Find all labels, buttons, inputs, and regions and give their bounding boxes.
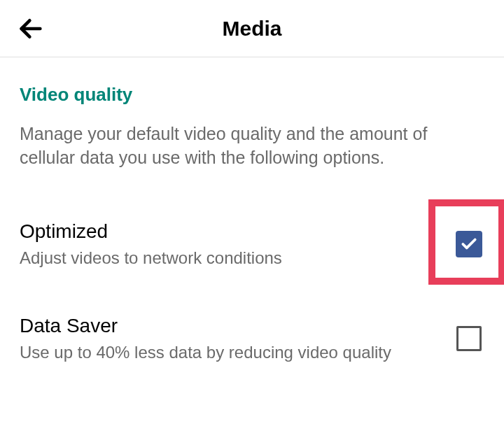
header-bar: Media (0, 0, 504, 57)
content-area: Video quality Manage your default video … (0, 84, 504, 371)
option-data-saver[interactable]: Data Saver Use up to 40% less data by re… (20, 306, 484, 371)
check-icon (460, 235, 478, 253)
option-text: Data Saver Use up to 40% less data by re… (20, 315, 454, 363)
arrow-left-icon (17, 15, 45, 43)
option-subtitle: Adjust videos to network conditions (20, 247, 440, 269)
checkbox-data-saver[interactable] (454, 323, 484, 354)
back-button[interactable] (14, 12, 48, 45)
option-optimized[interactable]: Optimized Adjust videos to network condi… (20, 212, 484, 277)
section-title: Video quality (20, 84, 484, 106)
option-text: Optimized Adjust videos to network condi… (20, 220, 454, 269)
checkbox-unchecked-icon (456, 326, 482, 351)
option-title: Data Saver (20, 315, 440, 337)
section-description: Manage your default video quality and th… (20, 122, 484, 170)
page-title: Media (0, 17, 504, 41)
option-subtitle: Use up to 40% less data by reducing vide… (20, 341, 440, 363)
checkbox-checked-icon (456, 231, 482, 257)
checkbox-optimized[interactable] (454, 229, 484, 260)
checkbox-container (454, 229, 484, 260)
option-title: Optimized (20, 220, 440, 243)
